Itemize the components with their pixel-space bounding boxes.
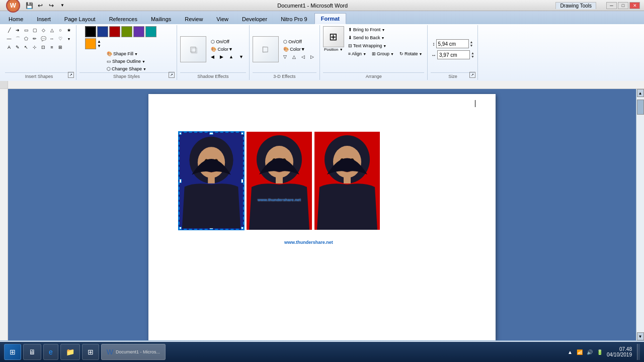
shape-outline-dropdown[interactable]: ▼ [142,60,145,63]
photo-1[interactable] [179,132,244,230]
shadow-nudge-left[interactable]: ◀ [208,53,217,60]
swatch-dark-red[interactable] [109,26,120,37]
shape-styles-expand[interactable]: ↗ [169,72,175,78]
shadow-on-off[interactable]: ⬡ On/Off [208,38,246,45]
redo-button[interactable]: ↪ [46,1,56,11]
bring-to-front-button[interactable]: ⬆ Bring to Front ▼ [346,26,425,33]
tab-references[interactable]: References [103,13,144,24]
poly-icon[interactable]: ⬠ [22,35,30,43]
maximize-button[interactable]: □ [618,2,628,9]
tab-mailings[interactable]: Mailings [144,13,178,24]
arrow-icon[interactable]: ➜ [14,26,22,34]
swatch-black[interactable] [85,26,96,37]
send-to-back-button[interactable]: ⬇ Send to Back ▼ [346,34,425,41]
taskbar-explorer[interactable]: 📁 [60,344,80,360]
taskbar-windows[interactable]: ⊞ [82,344,99,360]
edit-icon[interactable]: ✎ [14,43,22,51]
swatch-scroll-up[interactable]: ▲ [97,39,101,44]
qat-dropdown[interactable]: ▼ [57,1,67,11]
undo-button[interactable]: ↩ [35,1,45,11]
swatch-scroll-down[interactable]: ▼ [97,44,101,48]
start-button[interactable]: ⊞ [4,344,21,360]
tab-nitro[interactable]: Nitro Pro 9 [274,13,314,24]
taskbar-ie[interactable]: e [43,344,58,360]
photo-3[interactable] [314,132,380,230]
heart-icon[interactable]: ♡ [56,35,64,43]
minimize-button[interactable]: ─ [606,2,617,9]
photo-2[interactable]: www.thundershare.net [247,132,312,230]
position-label[interactable]: Position ▼ [324,47,343,52]
tab-view[interactable]: View [210,13,235,24]
select-icon[interactable]: ↖ [22,43,30,51]
swatch-orange[interactable] [85,38,96,49]
text-wrapping-button[interactable]: ⊟ Text Wrapping ▼ [346,42,425,49]
threed-on-off[interactable]: ⬡ On/Off [281,38,316,45]
taskbar-word[interactable]: W Document1 - Micros... [101,344,166,360]
threed-tilt-down[interactable]: ▽ [281,53,289,60]
scroll-up-arrow[interactable]: ▲ [637,89,644,97]
callout-icon[interactable]: 💬 [39,35,47,43]
tab-review[interactable]: Review [178,13,209,24]
swatch-dark-blue[interactable] [97,26,108,37]
height-input[interactable] [436,39,469,48]
close-button[interactable]: ✕ [629,2,640,9]
freeform-icon[interactable]: ✏ [31,35,39,43]
tab-developer[interactable]: Developer [235,13,274,24]
change-shape-dropdown[interactable]: ▼ [143,67,146,71]
bring-front-dropdown[interactable]: ▼ [381,28,385,32]
resize-icon[interactable]: ⊞ [56,43,64,51]
rotate-button[interactable]: ↻ Rotate ▼ [397,50,424,57]
vertical-scrollbar[interactable]: ▲ ▼ [636,89,644,340]
swatch-purple[interactable] [133,26,144,37]
connector-icon[interactable]: ↔ [48,35,56,43]
send-back-dropdown[interactable]: ▼ [381,36,384,40]
triangle-icon[interactable]: △ [48,26,56,34]
scroll-thumb[interactable] [637,100,644,115]
align-button[interactable]: ≡ Align ▼ [346,50,368,57]
edit2-icon[interactable]: ⊹ [31,43,39,51]
height-spinner[interactable]: ▲▼ [470,40,473,47]
threed-effects-button[interactable]: □ [253,36,279,62]
shadow-color[interactable]: 🎨 Color▼ [208,46,246,53]
shape-outline-button[interactable]: ▭ Shape Outline ▼ [105,58,148,65]
crop-icon[interactable]: ⊡ [39,43,47,51]
diamond-icon[interactable]: ◇ [39,26,47,34]
shadow-nudge-right[interactable]: ▶ [217,53,226,60]
position-button[interactable]: ⊞ [323,26,344,47]
rect-icon[interactable]: ▭ [22,26,30,34]
swatch-olive[interactable] [121,26,132,37]
line2-icon[interactable]: — [5,35,13,43]
align2-icon[interactable]: ≡ [48,43,56,51]
threed-tilt-left[interactable]: ◁ [299,53,307,60]
threed-color[interactable]: 🎨 Color▼ [281,46,316,53]
group-button[interactable]: ⊞ Group ▼ [370,50,396,57]
curve-icon[interactable]: ⌒ [14,35,22,43]
star-icon[interactable]: ★ [65,26,73,34]
size-expand[interactable]: ↗ [469,72,475,78]
show-desktop-btn[interactable] [637,344,640,360]
change-shape-button[interactable]: ⬡ Change Shape ▼ [105,65,148,72]
shadow-nudge-down[interactable]: ▼ [236,53,246,60]
swatch-teal[interactable] [145,26,156,37]
tab-insert[interactable]: Insert [30,13,57,24]
insert-shapes-expand[interactable]: ↗ [68,72,74,78]
width-spinner[interactable]: ▲▼ [471,51,474,58]
save-button[interactable]: 💾 [24,1,34,11]
threed-tilt-right[interactable]: ▷ [308,53,316,60]
shape-fill-dropdown[interactable]: ▼ [134,52,138,56]
line-icon[interactable]: ╱ [5,26,13,34]
scroll-down-arrow[interactable]: ▼ [637,332,644,340]
rounded-rect-icon[interactable]: ▢ [31,26,39,34]
shape-fill-button[interactable]: 🎨 Shape Fill ▼ [105,50,148,57]
tab-format[interactable]: Format [314,13,346,24]
shadow-nudge-up[interactable]: ▲ [226,53,236,60]
shadow-effects-button[interactable]: □ [180,36,206,62]
taskbar-show-desktop[interactable]: 🖥 [23,344,41,360]
tab-home[interactable]: Home [2,13,30,24]
more-icon[interactable]: ▼ [65,35,73,43]
tab-page-layout[interactable]: Page Layout [58,13,102,24]
threed-tilt-up[interactable]: △ [290,53,298,60]
text-wrap-dropdown[interactable]: ▼ [383,44,386,48]
text-icon[interactable]: A [5,43,13,51]
circle-icon[interactable]: ○ [56,26,64,34]
